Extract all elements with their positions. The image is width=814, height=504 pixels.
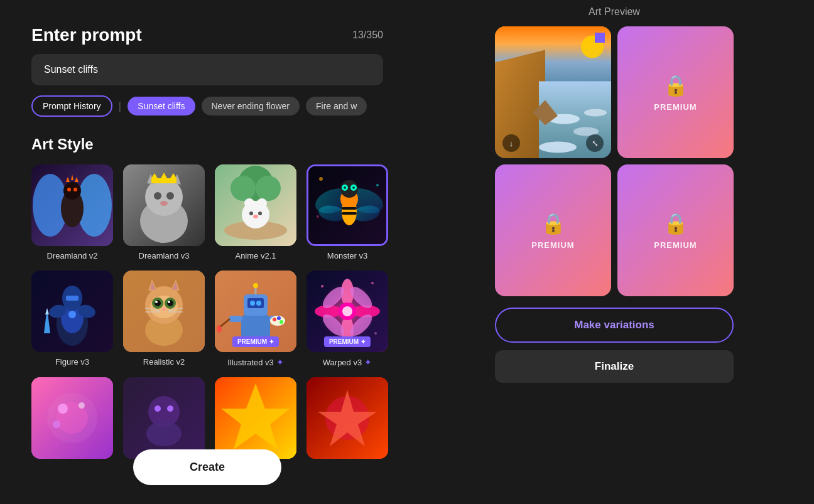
art-label-anime-v21: Anime v2.1 — [235, 251, 276, 260]
art-style-grid: Dreamland v2 — [31, 164, 383, 464]
resize-icon-circle[interactable]: ⤡ — [586, 134, 604, 152]
art-item-figure-v3[interactable]: Figure v3 — [31, 271, 113, 367]
art-thumb-illustrated-v3: PREMIUM ✦ — [215, 271, 296, 352]
lock-icon-4: 🔒 — [663, 212, 688, 235]
left-panel: Enter prompt 13/350 Prompt History | Sun… — [0, 0, 415, 504]
art-item-row3-1[interactable] — [31, 377, 113, 464]
art-label-dreamland-v2: Dreamland v2 — [47, 251, 98, 260]
svg-point-113 — [58, 404, 68, 414]
right-panel: Art Preview — [415, 0, 814, 504]
svg-point-49 — [352, 186, 355, 189]
art-item-dreamland-v3[interactable]: Dreamland v3 — [123, 164, 205, 260]
prompt-input[interactable] — [31, 54, 383, 85]
art-thumb-row3-2 — [123, 377, 205, 459]
art-item-warped-v3[interactable]: PREMIUM ✦ Warped v3 ✦ — [307, 271, 388, 367]
art-thumb-monster-v3 — [307, 164, 388, 246]
svg-point-85 — [250, 301, 255, 306]
art-label-warped-v3: Warped v3 ✦ — [323, 357, 372, 367]
art-item-illustrated-v3[interactable]: PREMIUM ✦ Illustrated v3 ✦ — [215, 271, 296, 367]
art-label-dreamland-v3: Dreamland v3 — [139, 251, 190, 260]
prompt-title: Enter prompt — [31, 25, 142, 45]
chip-never-ending-flower[interactable]: Never ending flower — [202, 97, 300, 115]
svg-point-133 — [584, 109, 607, 117]
preview-cell-3[interactable]: 🔒 PREMIUM — [495, 164, 611, 296]
svg-point-35 — [376, 184, 379, 186]
make-variations-button[interactable]: Make variations — [495, 308, 734, 343]
art-thumb-anime-v21 — [215, 164, 296, 246]
art-item-dreamland-v2[interactable]: Dreamland v2 — [31, 164, 113, 260]
svg-point-94 — [279, 320, 283, 324]
svg-point-86 — [256, 301, 261, 306]
svg-rect-87 — [229, 316, 242, 322]
svg-point-15 — [154, 192, 161, 200]
svg-point-48 — [344, 186, 346, 189]
svg-point-36 — [317, 215, 319, 218]
svg-point-109 — [374, 332, 377, 335]
resize-icon: ⤡ — [592, 139, 599, 148]
prompt-header: Enter prompt 13/350 — [31, 25, 383, 45]
svg-point-92 — [273, 318, 276, 321]
art-thumb-figure-v3 — [31, 271, 113, 352]
lock-icon-2: 🔒 — [663, 73, 688, 97]
svg-point-119 — [155, 405, 161, 412]
art-item-anime-v21[interactable]: Anime v2.1 — [215, 164, 296, 260]
art-item-realistic-v2[interactable]: Realistic v2 — [123, 271, 205, 367]
art-label-figure-v3: Figure v3 — [55, 357, 89, 367]
art-thumb-row3-3 — [215, 377, 296, 459]
preview-cell-2[interactable]: 🔒 PREMIUM — [617, 26, 734, 158]
svg-point-17 — [160, 201, 168, 206]
art-preview-title: Art Preview — [589, 6, 640, 18]
svg-point-70 — [155, 300, 161, 306]
cliff-overlay-icons: ↓ ⤡ — [495, 134, 611, 152]
download-icon: ↓ — [509, 139, 514, 148]
art-item-row3-4[interactable] — [307, 377, 388, 464]
svg-point-53 — [68, 311, 76, 318]
svg-point-4 — [63, 182, 81, 200]
art-style-title: Art Style — [31, 136, 383, 153]
svg-point-25 — [256, 176, 281, 201]
svg-rect-84 — [247, 298, 264, 308]
svg-point-6 — [73, 188, 77, 191]
svg-rect-43 — [342, 207, 357, 210]
art-thumb-warped-v3: PREMIUM ✦ — [307, 271, 388, 352]
premium-label-4: PREMIUM — [654, 240, 697, 250]
art-label-monster-v3: Monster v3 — [327, 251, 367, 260]
create-button[interactable]: Create — [133, 449, 281, 485]
premium-badge-warped: PREMIUM ✦ — [324, 336, 371, 347]
finalize-button[interactable]: Finalize — [495, 350, 734, 383]
svg-point-5 — [67, 188, 71, 191]
svg-point-90 — [217, 325, 222, 333]
chip-sunset-cliffs[interactable]: Sunset cliffs — [128, 97, 195, 115]
prompt-counter: 13/350 — [352, 29, 383, 41]
premium-badge-illustrated: PREMIUM ✦ — [232, 336, 279, 347]
svg-rect-55 — [66, 296, 79, 301]
svg-rect-80 — [241, 314, 270, 340]
svg-point-34 — [319, 177, 323, 181]
download-icon-circle[interactable]: ↓ — [502, 134, 520, 152]
svg-point-32 — [253, 215, 258, 218]
preview-grid: ↓ ⤡ 🔒 PREMIUM 🔒 PREMIUM 🔒 PREMIUM — [495, 26, 734, 296]
art-item-monster-v3[interactable]: Monster v3 — [307, 164, 388, 260]
svg-rect-18 — [151, 178, 176, 183]
svg-point-118 — [146, 421, 182, 446]
svg-point-72 — [155, 301, 158, 303]
art-thumb-dreamland-v3 — [123, 164, 205, 246]
preview-cell-4[interactable]: 🔒 PREMIUM — [617, 164, 734, 296]
svg-point-28 — [244, 198, 254, 208]
prompt-history-button[interactable]: Prompt History — [31, 95, 112, 117]
art-label-realistic-v2: Realistic v2 — [143, 357, 185, 367]
create-button-wrap: Create — [133, 449, 281, 485]
chip-fire-and-w[interactable]: Fire and w — [306, 97, 367, 115]
art-thumb-row3-4 — [307, 377, 388, 459]
svg-point-24 — [231, 176, 256, 201]
svg-point-106 — [342, 306, 352, 316]
lock-icon-3: 🔒 — [541, 212, 566, 235]
svg-point-73 — [168, 301, 170, 303]
history-divider: | — [119, 100, 122, 113]
svg-point-29 — [257, 198, 267, 208]
svg-point-115 — [53, 421, 60, 428]
svg-point-93 — [277, 316, 281, 320]
svg-point-114 — [79, 402, 85, 409]
preview-cell-1[interactable]: ↓ ⤡ — [495, 26, 611, 158]
prompt-history-row: Prompt History | Sunset cliffs Never end… — [31, 95, 383, 117]
